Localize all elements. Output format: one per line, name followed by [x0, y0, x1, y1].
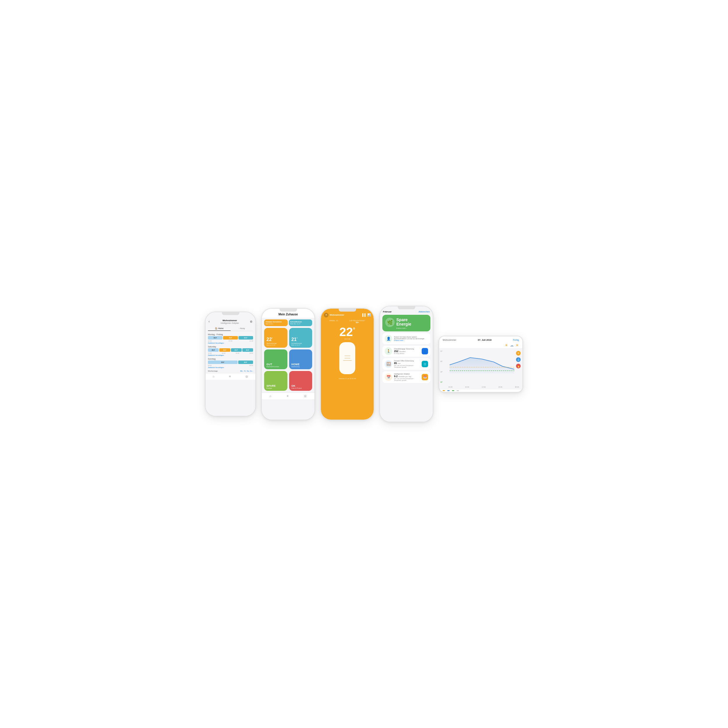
tile-gut-label: GUT [266, 363, 285, 366]
back-icon[interactable]: ‹ [208, 320, 210, 324]
phone4-notch [398, 306, 415, 309]
nav2-menu[interactable]: ≡ [287, 394, 289, 398]
tile-ok-label: OK [292, 384, 310, 387]
chart-done-btn[interactable]: Fertig [513, 339, 519, 341]
nav-menu[interactable]: ≡ [229, 375, 231, 378]
wz-stat-innen-label: INNENL. 21: [329, 320, 338, 321]
tile-gut[interactable]: GUT Raumluft-Komfort [264, 349, 288, 369]
chart-sun2-icon-item: ☀ [515, 343, 519, 347]
chart-svg [450, 350, 514, 376]
se-hero-title: SpareEnergie [396, 318, 427, 327]
tile-home[interactable]: HOME Geofencing [289, 349, 312, 369]
tile-wohnzimmer-temp: 22° [266, 337, 285, 342]
se-card-badge-window: ◫ [422, 361, 428, 367]
alert-zeitplan[interactable]: Zeitplan fernwärme Mehr al 21... [264, 320, 288, 326]
tablet-screen: Wohnzimmer 07. Juli 2018 Fertig ☀ ☁ ☀ 22… [439, 336, 522, 392]
zeitplan-header: ‹ Wohnzimmer Intelligenter Zeitplan ⚙ [206, 316, 255, 325]
wz-thermostat-shape [339, 342, 355, 374]
chart-drop-badge: 💧 [516, 357, 521, 362]
time-blocks-1: 18.0° 19.0° 22.0° [208, 336, 253, 340]
time-block: 19.0° [223, 336, 238, 340]
nav-settings[interactable]: ◎ [245, 375, 248, 378]
time-block: 18.0° [208, 348, 219, 352]
se-card-zeitplan[interactable]: 📅 Intelligenter Zeitplan 9.2 Stunden pro… [382, 371, 430, 383]
se-card-icon-window: 🪟 [385, 360, 392, 368]
tile-ok[interactable]: OK Care & Protect [289, 371, 312, 391]
settings-icon[interactable]: ⚙ [250, 320, 252, 323]
tile-schlafzimmer-sub: Mehr al 21:27 [292, 344, 310, 346]
y-label-1: 22° [440, 350, 443, 352]
alert-schnellheizen[interactable]: Schnellheizen Mehr Mo. 21:27 [289, 320, 312, 326]
se-hero-sub[interactable]: Erfahre mehr › [396, 327, 427, 329]
bottom-nav-2: ⌂ ≡ ◎ [262, 393, 315, 399]
legend-dot-gray [457, 390, 459, 391]
chart-right-icons: ☀ 💧 🔥 [516, 351, 521, 369]
se-card-text-4: Intelligenter Zeitplan 9.2 Stunden pro T… [394, 373, 420, 381]
tile-spare-label: SPARE [266, 384, 285, 387]
x-label-5: 30:00 [515, 386, 519, 388]
se-card-sub-3: inkl° war auf eine Energiespar-Temperatu… [394, 365, 420, 368]
wz-header-icons: ▐▐ 📊 [361, 314, 371, 317]
se-cancel-btn[interactable]: Abbrechen [419, 310, 430, 313]
tab-home[interactable]: 🏠 Home [208, 326, 231, 331]
zeitplan-tabs: 🏠 Home ↑ Away [208, 326, 253, 331]
se-card-text-2: Ortsabhängige Steuerung 252 Stunden im A… [394, 348, 420, 354]
time-blocks-2: 18.0° 19.0° 22.0° 22.0° [208, 348, 253, 352]
se-card-title-1: Nutzer mit Auto-Assist sparen durchschni… [394, 336, 428, 340]
phone3-notch [339, 309, 356, 312]
add-block-btn-1[interactable]: Zeitblock hinzufügen [208, 342, 253, 344]
wochentage-value[interactable]: Mo - Fr, Sa, So › [240, 370, 253, 372]
chart-icon[interactable]: 📊 [367, 314, 371, 317]
time-labels-3: 00:0008:00 [208, 365, 253, 366]
phone2-notch [280, 309, 297, 312]
bottom-nav-1: ⌂ ≡ ◎ [206, 373, 255, 380]
wochentage-row: Wochentage Mo - Fr, Sa, So › [206, 369, 255, 373]
se-card-sub-1[interactable]: Erfahre mehr › [394, 340, 428, 341]
zeitplan-plan-title: Intelligenter Zeitplan [220, 322, 239, 324]
add-block-btn-3[interactable]: Zeitblock hinzufügen [208, 367, 253, 369]
nav2-home[interactable]: ⌂ [270, 394, 271, 398]
phone1-notch [222, 312, 239, 315]
nav2-settings[interactable]: ◎ [304, 394, 307, 398]
tile-spare-desc: Energie [266, 387, 285, 389]
y-label-3: 18° [440, 371, 443, 373]
se-card-orts[interactable]: 🚶 Ortsabhängige Steuerung 252 Stunden im… [382, 346, 430, 357]
x-label-4: 15:00 [498, 386, 502, 388]
se-card-fenster[interactable]: 🪟 Fenster-Offen-Erkennung 85 mal inkl° w… [382, 358, 430, 370]
tile-wohnzimmer[interactable]: 22° Wohnzimmer Mehr al 21:27 [264, 328, 288, 348]
se-card-value-2: 252 Stunden [394, 350, 420, 353]
day-label-1: Montag - Freitag [208, 333, 253, 335]
se-card-auto-assist[interactable]: 👤 Nutzer mit Auto-Assist sparen durchsch… [382, 333, 430, 344]
chart-cloud-icon-item: ☁ [510, 343, 514, 347]
tile-schlafzimmer[interactable]: 21° Schlafzimmer Mehr al 21:27 [289, 328, 312, 348]
wz-stat-luft-label: LUFTFEUCHTIGKEIT [349, 320, 365, 321]
wz-stat-innen: INNENL. 21: [329, 320, 338, 324]
wz-temp-subtitle: 22.0 (0) [321, 338, 374, 340]
section-saturday: Saturday 18.0° 19.0° 22.0° 22.0° 12:0008… [206, 344, 255, 357]
phone3-screen: ✕ Wohnzimmer ▐▐ 📊 INNENL. 21: LUFTFEUCHT… [321, 309, 374, 420]
phone4-screen: Februar Abbrechen 🌿 SpareEnergie Erfahre… [380, 306, 433, 422]
nav-home[interactable]: ⌂ [213, 375, 215, 378]
tab-away[interactable]: ↑ Away [231, 326, 253, 331]
wz-temperature-display: 22° [321, 325, 374, 339]
time-block: 23.0° [208, 361, 238, 364]
add-block-btn-2[interactable]: Zeitblock hinzufügen [208, 354, 253, 356]
bar-chart-icon[interactable]: ▐▐ [361, 314, 366, 317]
phone2-screen: Mein Zuhause Zeitplan fernwärme Mehr al … [262, 309, 315, 420]
chart-date-label: 07. Juli 2018 [478, 339, 491, 341]
legend-dot-blue [447, 390, 450, 391]
phone-wohnzimmer-orange: ✕ Wohnzimmer ▐▐ 📊 INNENL. 21: LUFTFEUCHT… [320, 308, 374, 420]
chart-weather-icons: ☀ ☁ ☀ [439, 343, 522, 348]
tile-spare[interactable]: SPARE Energie [264, 371, 288, 391]
time-block: 19.0° [219, 348, 230, 352]
se-hero-icon: 🌿 [385, 318, 395, 327]
time-blocks-3: 23.0° 22.0° [208, 361, 253, 364]
wz-close-button[interactable]: ✕ [324, 313, 329, 317]
wz-footer: Geändert 21 um 02:02 AM [321, 376, 374, 381]
tile-ok-desc: Care & Protect [292, 387, 310, 389]
se-card-value-3: 85 mal [394, 362, 420, 365]
se-card-text-1: Nutzer mit Auto-Assist sparen durchschni… [394, 336, 428, 341]
se-hero-card[interactable]: 🌿 SpareEnergie Erfahre mehr › [382, 315, 430, 331]
tile-wohnzimmer-sub: Mehr al 21:27 [266, 344, 285, 346]
day-label-2: Saturday [208, 346, 253, 348]
